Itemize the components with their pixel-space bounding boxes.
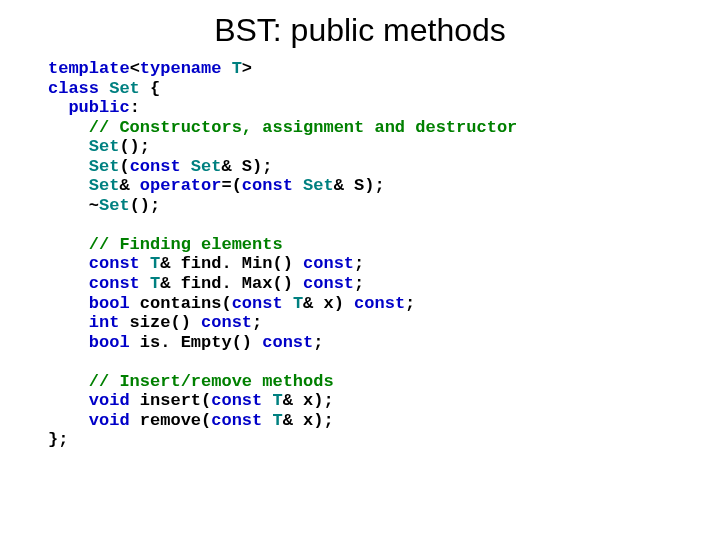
type-T: T [293,294,303,313]
type-Set: Set [99,196,130,215]
comment-constructors: // Constructors, assignment and destruct… [89,118,517,137]
kw-const: const [201,313,252,332]
paren-open: ( [119,157,129,176]
kw-class: class [48,79,99,98]
indent [48,157,89,176]
ref-s: & S); [221,157,272,176]
amp: & [119,176,139,195]
indent [48,274,89,293]
gt: > [242,59,252,78]
indent [48,176,89,195]
kw-const: const [242,176,293,195]
indent [48,137,89,156]
kw-bool: bool [89,294,130,313]
sp [181,157,191,176]
type-T: T [150,274,160,293]
tref-x-semi: & x); [283,391,334,410]
sp [262,391,272,410]
indent [48,254,89,273]
kw-const: const [232,294,283,313]
kw-const: const [354,294,405,313]
kw-public: public [68,98,129,117]
kw-const: const [303,254,354,273]
kw-template: template [48,59,130,78]
size-sig: size() [119,313,201,332]
kw-typename: typename [140,59,222,78]
indent [48,333,89,352]
indent [48,411,89,430]
indent [48,391,89,410]
kw-const: const [89,254,140,273]
kw-void: void [89,411,130,430]
sp [293,176,303,195]
findmin: & find. Min() [160,254,303,273]
findmax: & find. Max() [160,274,303,293]
sp [140,254,150,273]
remove-open: remove( [130,411,212,430]
tref-x: & x) [303,294,354,313]
comment-insert-remove: // Insert/remove methods [89,372,334,391]
isempty-sig: is. Empty() [130,333,263,352]
sp [283,294,293,313]
type-Set: Set [89,176,120,195]
indent [48,372,89,391]
brace: { [140,79,160,98]
sp [262,411,272,430]
type-T: T [150,254,160,273]
kw-const: const [303,274,354,293]
indent [48,196,89,215]
indent [48,294,89,313]
type-Set: Set [89,157,120,176]
void-close: (); [130,196,161,215]
sp [221,59,231,78]
kw-const: const [130,157,181,176]
kw-int: int [89,313,120,332]
type-T: T [272,411,282,430]
kw-operator: operator [140,176,222,195]
ctor-paren: (); [119,137,150,156]
kw-const: const [89,274,140,293]
sp [140,274,150,293]
indent [48,118,89,137]
kw-void: void [89,391,130,410]
type-T: T [272,391,282,410]
comment-finding: // Finding elements [89,235,283,254]
contains-open: contains( [130,294,232,313]
sp [99,79,109,98]
semi: ; [354,274,364,293]
type-Set: Set [303,176,334,195]
insert-open: insert( [130,391,212,410]
indent [48,313,89,332]
lt: < [130,59,140,78]
code-block: template<typename T> class Set { public:… [48,59,720,450]
ref-s: & S); [334,176,385,195]
close-brace: }; [48,430,68,449]
semi: ; [405,294,415,313]
kw-bool: bool [89,333,130,352]
type-T: T [232,59,242,78]
tref-x-semi: & x); [283,411,334,430]
indent [48,235,89,254]
colon: : [130,98,140,117]
indent2 [48,98,68,117]
type-Set: Set [109,79,140,98]
slide-title: BST: public methods [0,12,720,49]
type-Set: Set [89,137,120,156]
eq-open: =( [221,176,241,195]
tilde: ~ [89,196,99,215]
semi: ; [252,313,262,332]
kw-const: const [211,411,262,430]
kw-const: const [211,391,262,410]
kw-const: const [262,333,313,352]
type-Set: Set [191,157,222,176]
semi: ; [354,254,364,273]
semi: ; [313,333,323,352]
